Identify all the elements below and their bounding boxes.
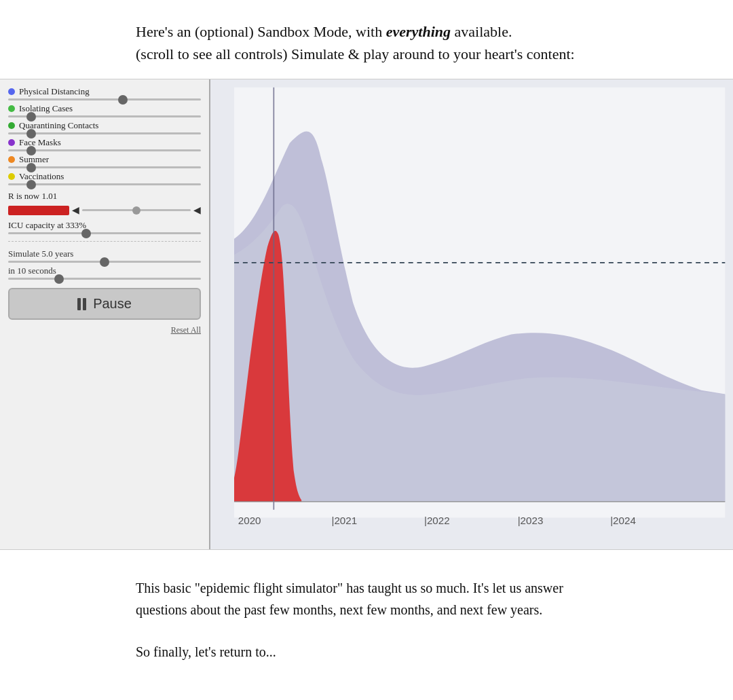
vaccinations-control: Vaccinations bbox=[8, 171, 201, 185]
intro-emphasis: everything bbox=[386, 23, 451, 40]
physical-distancing-slider[interactable] bbox=[8, 98, 201, 100]
r-arrow-left-icon: ◀ bbox=[72, 204, 79, 216]
summer-control: Summer bbox=[8, 154, 201, 168]
summer-slider[interactable] bbox=[8, 166, 201, 168]
summer-dot bbox=[8, 156, 15, 163]
speed-control: in 10 seconds bbox=[8, 265, 201, 280]
pause-button-label: Pause bbox=[93, 296, 132, 312]
year-2021-label: |2021 bbox=[332, 515, 358, 526]
reset-all-link[interactable]: Reset All bbox=[8, 325, 201, 335]
vaccinations-slider[interactable] bbox=[8, 183, 201, 185]
bottom-paragraph-2: So finally, let's return to... bbox=[136, 641, 597, 663]
face-masks-slider[interactable] bbox=[8, 149, 201, 151]
face-masks-control: Face Masks bbox=[8, 137, 201, 151]
quarantining-contacts-slider[interactable] bbox=[8, 132, 201, 134]
intro-text-before-em: Here's an (optional) Sandbox Mode, with bbox=[136, 23, 386, 40]
year-2022-label: |2022 bbox=[424, 515, 450, 526]
year-2024-label: |2024 bbox=[610, 515, 636, 526]
pause-bar-right bbox=[83, 298, 86, 310]
chart-svg: 2020 |2021 |2022 |2023 |2024 bbox=[210, 79, 733, 549]
vaccinations-dot bbox=[8, 173, 15, 180]
isolating-cases-slider[interactable] bbox=[8, 115, 201, 117]
quarantining-contacts-control: Quarantining Contacts bbox=[8, 120, 201, 134]
speed-slider[interactable] bbox=[8, 278, 201, 280]
controls-panel: Physical Distancing Isolating Cases Quar… bbox=[0, 79, 210, 549]
year-2023-label: |2023 bbox=[518, 515, 544, 526]
pause-icon bbox=[77, 298, 86, 310]
r-arrow-right-icon: ◀ bbox=[193, 204, 201, 216]
simulate-years-control: Simulate 5.0 years bbox=[8, 248, 201, 263]
pause-button[interactable]: Pause bbox=[8, 288, 201, 320]
divider bbox=[8, 241, 201, 242]
isolating-cases-dot bbox=[8, 105, 15, 112]
year-2020-label: 2020 bbox=[238, 515, 261, 526]
r-bar-container: ◀ ◀ bbox=[8, 204, 201, 216]
bottom-paragraph-1: This basic "epidemic flight simulator" h… bbox=[136, 577, 597, 621]
bottom-text-section: This basic "epidemic flight simulator" h… bbox=[122, 550, 611, 690]
quarantining-contacts-dot bbox=[8, 122, 15, 129]
r-slider-track bbox=[82, 209, 191, 211]
r-value-text: R is now 1.01 bbox=[8, 191, 57, 202]
r-value-label: R is now 1.01 bbox=[8, 191, 201, 202]
intro-text-line3: (scroll to see all controls) Simulate & … bbox=[136, 45, 575, 62]
pause-bar-left bbox=[77, 298, 81, 310]
face-masks-dot bbox=[8, 139, 15, 146]
chart-area: 2020 |2021 |2022 |2023 |2024 bbox=[210, 79, 733, 549]
r-value-section: R is now 1.01 ◀ ◀ bbox=[8, 191, 201, 216]
intro-text-after-em: available. bbox=[451, 23, 512, 40]
simulator-container: Physical Distancing Isolating Cases Quar… bbox=[0, 79, 733, 550]
icu-capacity-section: ICU capacity at 333% bbox=[8, 220, 201, 234]
reset-all-text: Reset All bbox=[171, 325, 201, 335]
physical-distancing-dot bbox=[8, 88, 15, 95]
r-slider-thumb bbox=[132, 206, 140, 215]
isolating-cases-control: Isolating Cases bbox=[8, 103, 201, 117]
physical-distancing-control: Physical Distancing bbox=[8, 86, 201, 100]
r-bar-red bbox=[8, 206, 69, 215]
icu-capacity-slider[interactable] bbox=[8, 232, 201, 234]
simulate-years-slider[interactable] bbox=[8, 261, 201, 263]
intro-section: Here's an (optional) Sandbox Mode, with … bbox=[122, 0, 611, 79]
